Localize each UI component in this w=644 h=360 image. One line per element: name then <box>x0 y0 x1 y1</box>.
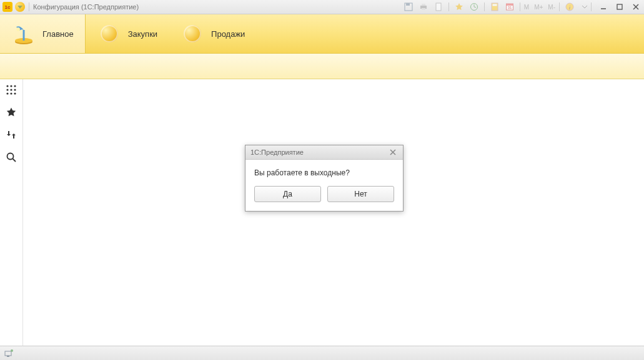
info-icon[interactable]: i <box>565 2 575 12</box>
dialog-yes-button[interactable]: Да <box>254 186 321 202</box>
section-tabs: Главное Закупки Продажи <box>0 14 644 54</box>
dialog-message: Вы работаете в выходные? <box>245 160 403 182</box>
coin-icon <box>180 21 205 46</box>
svg-rect-1 <box>406 3 410 6</box>
dialog-no-button[interactable]: Нет <box>327 186 394 202</box>
apps-grid-icon[interactable] <box>6 84 17 95</box>
svg-point-27 <box>14 89 16 90</box>
maximize-button[interactable] <box>614 2 625 11</box>
memory-m[interactable]: M <box>524 4 529 11</box>
svg-text:31: 31 <box>507 6 512 9</box>
tab-sales[interactable]: Продажи <box>169 14 256 53</box>
svg-point-35 <box>11 349 13 352</box>
tab-purchases-label: Закупки <box>128 29 157 39</box>
svg-rect-8 <box>492 4 497 6</box>
separator <box>29 2 29 11</box>
dialog-close-button[interactable] <box>388 147 398 157</box>
statusbar <box>0 346 644 360</box>
svg-rect-15 <box>617 4 622 9</box>
close-button[interactable] <box>630 2 642 11</box>
window-title: Конфигурация (1С:Предприятие) <box>33 3 139 11</box>
svg-point-23 <box>10 85 12 87</box>
svg-rect-4 <box>422 8 425 10</box>
separator <box>484 2 485 11</box>
confirm-dialog: 1С:Предприятие Вы работаете в выходные? … <box>245 145 404 212</box>
separator <box>520 2 520 11</box>
coin-icon <box>97 21 122 46</box>
separator <box>591 2 592 11</box>
document-icon[interactable] <box>433 2 443 12</box>
star-icon[interactable] <box>6 107 17 118</box>
svg-point-30 <box>14 92 16 94</box>
print-icon[interactable] <box>419 2 429 12</box>
svg-point-26 <box>10 89 12 90</box>
separator <box>448 2 449 11</box>
titlebar: 1c Конфигурация (1С:Предприятие) 31 M M+… <box>0 0 644 14</box>
tab-main-label: Главное <box>42 29 74 39</box>
svg-rect-3 <box>422 4 425 6</box>
calculator-icon[interactable] <box>490 2 500 12</box>
app-logo-icon: 1c <box>2 2 12 12</box>
calendar-icon[interactable]: 31 <box>505 2 515 12</box>
search-icon[interactable] <box>6 152 17 163</box>
history-nav-icon[interactable] <box>6 129 17 140</box>
svg-point-29 <box>10 92 12 94</box>
desk-lamp-icon <box>11 21 36 46</box>
svg-point-25 <box>6 89 8 90</box>
body <box>0 79 644 346</box>
memory-mminus[interactable]: M- <box>548 4 555 11</box>
separator <box>559 2 560 11</box>
content-area <box>23 79 644 346</box>
section-subband <box>0 54 644 79</box>
svg-point-24 <box>14 85 16 87</box>
dialog-titlebar: 1С:Предприятие <box>245 145 403 160</box>
svg-point-28 <box>6 92 8 94</box>
svg-point-21 <box>16 27 20 31</box>
tab-main[interactable]: Главное <box>0 14 86 53</box>
memory-mplus[interactable]: M+ <box>534 4 543 11</box>
dialog-title: 1С:Предприятие <box>250 148 304 156</box>
svg-rect-33 <box>5 351 11 356</box>
svg-line-32 <box>13 159 16 162</box>
svg-point-22 <box>6 85 8 87</box>
svg-rect-20 <box>23 30 25 41</box>
tab-purchases[interactable]: Закупки <box>86 14 169 53</box>
dialog-buttons: Да Нет <box>245 182 403 211</box>
status-connection-icon[interactable] <box>4 348 14 358</box>
save-icon[interactable] <box>404 2 414 12</box>
dropdown-icon[interactable] <box>580 2 586 12</box>
svg-point-31 <box>7 153 14 160</box>
minimize-button[interactable] <box>598 2 609 11</box>
left-sidebar <box>0 79 23 346</box>
history-icon[interactable] <box>469 2 479 12</box>
tab-sales-label: Продажи <box>211 29 245 39</box>
svg-rect-5 <box>436 3 441 11</box>
main-menu-dropdown-icon[interactable] <box>15 2 25 12</box>
svg-rect-34 <box>7 356 9 357</box>
favorite-icon[interactable] <box>454 2 464 12</box>
app-window: 1c Конфигурация (1С:Предприятие) 31 M M+… <box>0 0 644 360</box>
